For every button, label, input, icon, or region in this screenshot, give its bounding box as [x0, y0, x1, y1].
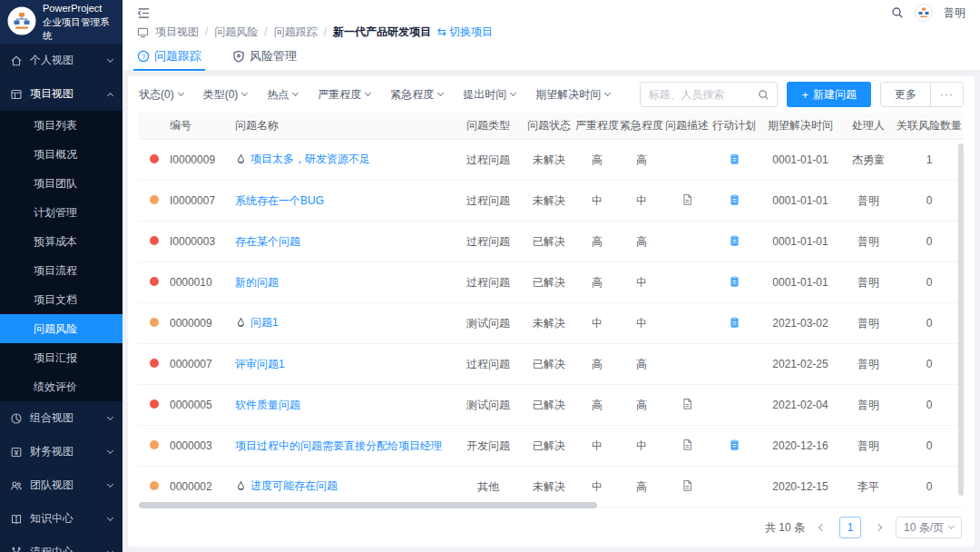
chevron-down-icon — [365, 90, 371, 96]
cell-name: 进度可能存在问题 — [235, 478, 454, 495]
more-button[interactable]: 更多 — [881, 83, 930, 106]
username[interactable]: 普明 — [944, 5, 965, 21]
sidebar-item-process-center[interactable]: 流程中心 — [0, 536, 122, 552]
cell-risk-count: 0 — [895, 439, 964, 452]
ellipsis-button[interactable]: ··· — [930, 83, 963, 106]
sidebar-subitem-project-docs[interactable]: 项目文档 — [0, 285, 122, 314]
filter-type[interactable]: 类型(0) — [203, 87, 248, 103]
table-search-input[interactable] — [648, 88, 758, 101]
filter-status[interactable]: 状态(0) — [139, 87, 183, 103]
sidebar-item-personal-view[interactable]: 个人视图 — [0, 44, 122, 77]
issue-name-link[interactable]: 系统存在一个BUG — [235, 193, 324, 209]
sidebar-item-project-view[interactable]: 项目视图 — [0, 77, 122, 111]
cell-id: 0000009 — [170, 317, 235, 330]
vertical-scrollbar[interactable] — [958, 143, 964, 496]
filter-hot[interactable]: 热点 — [267, 87, 298, 103]
sidebar-subitem-issue-risk[interactable]: 问题风险 — [0, 314, 122, 343]
table-search-box — [640, 82, 778, 107]
user-avatar[interactable] — [915, 4, 933, 22]
cell-id: 0000003 — [170, 439, 235, 452]
cell-urgency: 高 — [619, 357, 664, 372]
column-header-4: 严重程度 — [575, 118, 619, 133]
cell-id: I0000003 — [170, 235, 235, 248]
sidebar-subitem-performance-evaluation[interactable]: 绩效评价 — [0, 372, 122, 401]
cell-name: 新的问题 — [235, 275, 454, 291]
search-icon[interactable] — [758, 89, 769, 101]
cell-severity: 中 — [575, 193, 619, 209]
cell-name: 软件质量问题 — [235, 398, 454, 413]
next-page-button[interactable] — [868, 518, 888, 537]
sidebar-subitem-project-process[interactable]: 项目流程 — [0, 256, 122, 285]
tab-issue-tracking[interactable]: ? 问题跟踪 — [137, 42, 201, 70]
issue-name-link[interactable]: 项目太多，研发资源不足 — [235, 152, 370, 167]
clipboard-icon[interactable] — [729, 153, 740, 165]
clipboard-icon[interactable] — [729, 439, 740, 451]
app-logo: PowerProject 企业项目管理系统 — [0, 0, 122, 44]
clipboard-icon[interactable] — [729, 234, 740, 247]
cell-status-dot — [139, 399, 170, 411]
issue-name-link[interactable]: 进度可能存在问题 — [235, 478, 338, 494]
sidebar-item-portfolio-view[interactable]: 组合视图 — [0, 401, 122, 435]
clipboard-icon[interactable] — [729, 193, 740, 206]
tabs: ? 问题跟踪 风险管理 — [122, 42, 980, 71]
switch-project-link[interactable]: ⇆ 切换项目 — [437, 25, 493, 40]
sidebar: PowerProject 企业项目管理系统 个人视图项目视图项目列表项目概况项目… — [0, 0, 122, 552]
cell-status: 已解决 — [523, 234, 575, 250]
issue-name-link[interactable]: 评审问题1 — [235, 357, 285, 372]
sidebar-subitem-project-team[interactable]: 项目团队 — [0, 169, 122, 198]
doc-icon[interactable] — [681, 439, 693, 451]
sidebar-subitem-project-list[interactable]: 项目列表 — [0, 111, 122, 140]
prev-page-button[interactable] — [812, 518, 832, 537]
sidebar-subitem-budget-cost[interactable]: 预算成本 — [0, 227, 122, 256]
cell-handler: 李平 — [842, 479, 895, 495]
tab-risk-management[interactable]: 风险管理 — [232, 42, 297, 70]
cell-status: 未解决 — [523, 479, 575, 495]
clipboard-icon[interactable] — [729, 275, 740, 288]
flame-icon — [235, 480, 247, 492]
issue-name-link[interactable]: 问题1 — [235, 315, 279, 330]
filter-expect-time[interactable]: 期望解决时间 — [535, 87, 610, 103]
cell-due-date: 0001-01-01 — [759, 276, 842, 289]
horizontal-scrollbar[interactable] — [139, 502, 597, 508]
issue-name-link[interactable]: 软件质量问题 — [235, 398, 300, 413]
cell-handler: 普明 — [842, 275, 895, 291]
page-number-button[interactable]: 1 — [839, 517, 861, 538]
cell-action-plan — [710, 153, 759, 168]
doc-icon[interactable] — [681, 193, 693, 206]
sidebar-item-finance-view[interactable]: 财务视图 — [0, 435, 122, 468]
cell-status-dot — [139, 317, 170, 330]
sidebar-item-knowledge-center[interactable]: 知识中心 — [0, 502, 122, 536]
issue-card: 状态(0)类型(0)热点严重程度紧急程度提出时间期望解决时间 + 新建问题 — [128, 76, 975, 547]
breadcrumb-item[interactable]: 问题跟踪 — [274, 25, 318, 40]
sidebar-collapse-icon[interactable] — [137, 6, 151, 20]
cell-name: 评审问题1 — [235, 357, 454, 372]
pagination-total: 共 10 条 — [765, 520, 805, 536]
issue-name-link[interactable]: 存在某个问题 — [235, 234, 300, 250]
sidebar-item-team-view[interactable]: 团队视图 — [0, 468, 122, 502]
sidebar-subitem-plan-management[interactable]: 计划管理 — [0, 198, 122, 227]
page-size-select[interactable]: 10 条/页 — [896, 517, 962, 538]
column-header-5: 紧急程度 — [619, 118, 664, 133]
filter-urgency[interactable]: 紧急程度 — [390, 87, 443, 103]
sidebar-subitem-project-report[interactable]: 项目汇报 — [0, 343, 122, 372]
svg-text:?: ? — [142, 52, 146, 60]
doc-icon[interactable] — [681, 398, 693, 410]
status-dot-red — [150, 236, 159, 245]
global-search-icon[interactable] — [891, 6, 904, 19]
filter-severity[interactable]: 严重程度 — [318, 87, 370, 103]
issue-name-link[interactable]: 新的问题 — [235, 275, 279, 291]
breadcrumb-current-project: 新一代产品研发项目 — [333, 25, 431, 40]
breadcrumb-item[interactable]: 问题风险 — [214, 25, 258, 40]
issue-name-link[interactable]: 项目过程中的问题需要直接分配给项目经理 — [235, 439, 442, 454]
doc-icon[interactable] — [681, 479, 693, 492]
breadcrumb-item[interactable]: 项目视图 — [155, 25, 199, 40]
chevron-down-icon — [107, 413, 113, 419]
new-issue-button[interactable]: + 新建问题 — [787, 82, 871, 107]
filter-raise-time[interactable]: 提出时间 — [463, 87, 515, 103]
table-body: I0000009项目太多，研发资源不足过程问题未解决高高0001-01-01杰勇… — [139, 140, 964, 508]
cell-risk-count: 0 — [895, 276, 964, 289]
sidebar-subitem-project-overview[interactable]: 项目概况 — [0, 140, 122, 169]
cell-description — [664, 439, 710, 454]
chevron-down-icon — [292, 90, 299, 96]
clipboard-icon[interactable] — [729, 316, 740, 329]
